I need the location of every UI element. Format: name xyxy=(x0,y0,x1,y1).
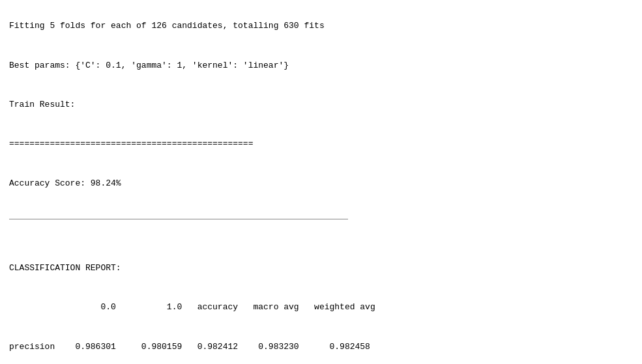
output-container: Fitting 5 folds for each of 126 candidat… xyxy=(9,7,633,216)
train-header: 0.0 1.0 accuracy macro avg weighted avg xyxy=(9,302,375,312)
train-result-label: Train Result: xyxy=(9,100,75,109)
train-equals: ========================================… xyxy=(9,139,253,148)
train-report-block: CLASSIFICATION REPORT: 0.0 1.0 accuracy … xyxy=(9,222,633,364)
train-accuracy: Accuracy Score: 98.24% xyxy=(9,178,121,188)
train-precision: precision 0.986301 0.980159 0.982412 0.9… xyxy=(9,342,370,352)
train-report-label: CLASSIFICATION REPORT: xyxy=(9,263,121,273)
fitting-line: Fitting 5 folds for each of 126 candidat… xyxy=(9,21,325,31)
best-params-line: Best params: {'C': 0.1, 'gamma': 1, 'ker… xyxy=(9,61,289,70)
divider-1 xyxy=(9,219,348,219)
